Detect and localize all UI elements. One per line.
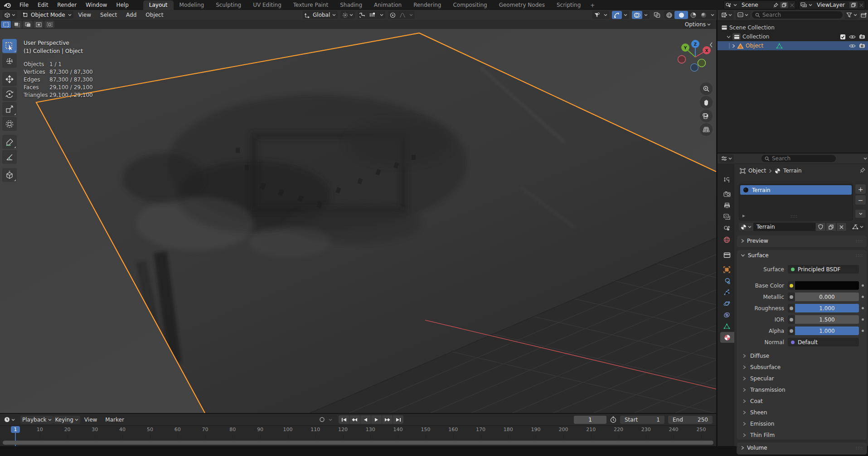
nodetree-selector[interactable]	[850, 223, 865, 231]
chevron-down-icon[interactable]	[733, 4, 737, 6]
copy-viewlayer-button[interactable]	[849, 2, 858, 8]
tab-sculpting[interactable]: Sculpting	[210, 0, 247, 10]
editor-type-selector[interactable]	[2, 11, 17, 19]
menu-window[interactable]: Window	[81, 0, 112, 10]
subpanel-thin-film[interactable]: Thin Film	[737, 429, 867, 441]
subpanel-sheen[interactable]: Sheen	[737, 407, 867, 418]
viewport-3d[interactable]: User Perspective (1) Collection | Object…	[0, 29, 716, 413]
shading-material-icon[interactable]	[688, 12, 698, 19]
chevron-down-icon[interactable]	[709, 14, 716, 16]
roughness-input-dot[interactable]	[788, 304, 795, 312]
tab-rendering[interactable]: Rendering	[407, 0, 447, 10]
tab-object-data[interactable]	[719, 321, 734, 331]
panel-grip-icon[interactable]: ::::	[856, 253, 863, 258]
tool-select-box[interactable]	[2, 39, 17, 53]
keyframe-dot[interactable]	[862, 284, 864, 287]
tab-object[interactable]	[719, 264, 734, 275]
tool-cursor[interactable]	[2, 54, 17, 68]
metallic-slider[interactable]: 0.000	[795, 293, 859, 301]
eye-icon[interactable]	[849, 43, 856, 48]
tab-tool[interactable]	[719, 174, 734, 185]
chevron-down-icon[interactable]	[727, 35, 731, 38]
outliner-editor-selector[interactable]	[719, 11, 734, 19]
normal-field[interactable]: Default	[788, 338, 859, 346]
end-frame-field[interactable]: End250	[668, 416, 713, 424]
chevron-down-icon[interactable]	[809, 4, 812, 6]
tab-physics[interactable]	[719, 298, 734, 309]
new-collection-icon[interactable]	[861, 12, 867, 18]
outliner-filter-dropdown[interactable]	[844, 11, 859, 19]
volume-panel[interactable]: Volume ::::	[737, 442, 867, 455]
eye-icon[interactable]	[849, 34, 856, 39]
keyframe-dot[interactable]	[862, 330, 864, 332]
new-material-button[interactable]	[826, 222, 836, 231]
outliner-row-collection[interactable]: Collection	[718, 32, 868, 41]
menu-render[interactable]: Render	[53, 0, 81, 10]
breadcrumb-object[interactable]: Object	[748, 168, 766, 174]
chevron-down-icon[interactable]	[622, 14, 629, 16]
subpanel-specular[interactable]: Specular	[737, 373, 867, 384]
tab-texture-paint[interactable]: Texture Paint	[287, 0, 334, 10]
scene-icon[interactable]	[725, 2, 732, 8]
add-workspace-button[interactable]: +	[587, 1, 598, 10]
select-mode-new[interactable]	[1, 21, 11, 28]
alpha-input-dot[interactable]	[788, 326, 795, 335]
list-expand-icon[interactable]	[742, 214, 746, 218]
timeline-ruler[interactable]: 1020304050607080901001101201301401501601…	[0, 426, 716, 446]
panel-grip-icon[interactable]: ::::	[856, 446, 863, 450]
tab-modifiers[interactable]	[719, 275, 734, 286]
tool-measure[interactable]	[2, 150, 17, 164]
snap-target-icon[interactable]	[367, 12, 378, 18]
subpanel-subsurface[interactable]: Subsurface	[737, 361, 867, 373]
shading-solid-icon[interactable]	[674, 11, 688, 19]
jump-to-start-button[interactable]	[339, 415, 349, 424]
subpanel-diffuse[interactable]: Diffuse	[737, 350, 867, 361]
camera-view-button[interactable]	[700, 110, 713, 122]
tool-scale[interactable]	[2, 102, 17, 116]
pin-icon[interactable]	[773, 3, 778, 8]
tab-particles[interactable]	[719, 287, 734, 298]
breadcrumb-material[interactable]: Terrain	[783, 168, 802, 174]
tab-geometry-nodes[interactable]: Geometry Nodes	[493, 0, 551, 10]
material-name-field[interactable]: Terrain	[753, 223, 815, 231]
roughness-slider[interactable]: 1.000	[795, 304, 859, 312]
pan-hand-button[interactable]	[700, 96, 713, 109]
panel-grip-icon[interactable]: ::::	[856, 239, 863, 243]
menu-select[interactable]: Select	[96, 12, 121, 18]
mode-selector[interactable]: Object Mode	[21, 11, 73, 19]
properties-editor-selector[interactable]	[719, 154, 734, 163]
preview-panel[interactable]: Preview ::::	[737, 235, 867, 248]
tab-compositing[interactable]: Compositing	[447, 0, 493, 10]
stopwatch-icon[interactable]	[610, 416, 616, 423]
scene-name[interactable]: Scene	[739, 2, 771, 8]
start-frame-field[interactable]: Start1	[620, 416, 664, 424]
overlays-toggle-icon[interactable]	[632, 11, 642, 19]
menu-file[interactable]: File	[15, 0, 33, 10]
timeline-view-menu[interactable]: View	[80, 417, 101, 423]
remove-slot-button[interactable]: −	[855, 195, 866, 205]
surface-panel-header[interactable]: Surface ::::	[737, 250, 867, 261]
select-mode-subtract[interactable]	[23, 21, 33, 28]
menu-help[interactable]: Help	[112, 0, 133, 10]
timeline-marker-menu[interactable]: Marker	[101, 417, 128, 423]
tool-move[interactable]	[2, 72, 17, 86]
tab-world[interactable]	[719, 234, 734, 245]
tool-rotate[interactable]	[2, 87, 17, 101]
timeline-scrollbar[interactable]	[3, 441, 713, 445]
outliner-search-input[interactable]: Search	[752, 11, 843, 19]
tab-uv-editing[interactable]: UV Editing	[247, 0, 287, 10]
keying-menu[interactable]: Keying	[53, 416, 80, 424]
tab-shading[interactable]: Shading	[334, 0, 368, 10]
browse-material-button[interactable]	[739, 223, 753, 231]
viewlayer-name[interactable]: ViewLayer	[814, 2, 848, 8]
snap-magnet-icon[interactable]	[358, 12, 367, 18]
outliner-row-scene-collection[interactable]: Scene Collection	[718, 23, 868, 32]
tool-add-cube[interactable]	[2, 168, 17, 182]
copy-scene-button[interactable]	[780, 2, 788, 8]
pivot-point-selector[interactable]	[340, 11, 355, 19]
subpanel-emission[interactable]: Emission	[737, 418, 867, 429]
tab-render[interactable]	[719, 189, 734, 200]
menu-add[interactable]: Add	[122, 12, 141, 18]
material-slot-item[interactable]: Terrain	[740, 185, 852, 195]
outliner-row-object[interactable]: | Object	[718, 41, 868, 50]
